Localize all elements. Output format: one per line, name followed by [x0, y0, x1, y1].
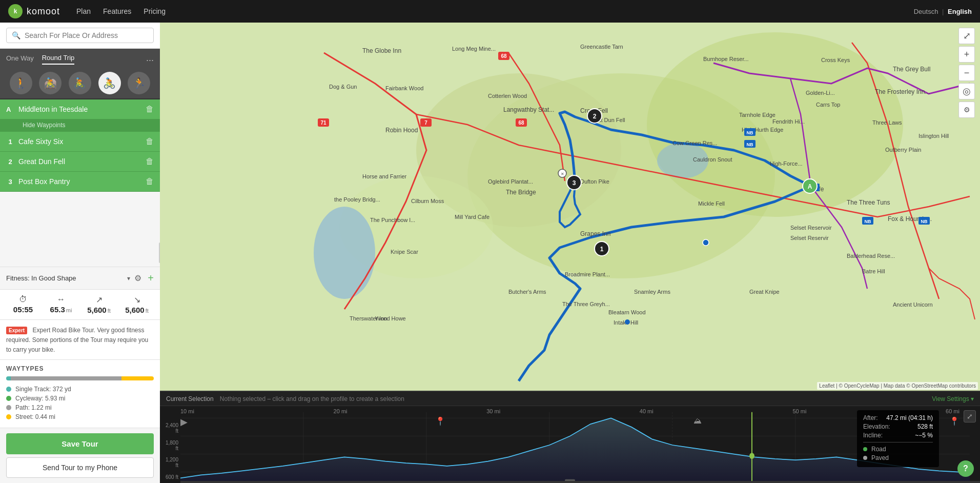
activity-cycling[interactable]: 🚵 [39, 72, 62, 94]
activity-hiking[interactable]: 🚶 [10, 72, 32, 94]
svg-text:Mickle Fell: Mickle Fell [698, 200, 725, 207]
top-navigation: k komoot Plan Features Pricing Deutsch |… [0, 0, 980, 23]
svg-text:A: A [808, 183, 812, 190]
locate-button[interactable]: ◎ [958, 83, 975, 99]
elev-2400: 2,400 ft [162, 422, 178, 434]
search-bar: 🔍 [0, 23, 160, 49]
logo[interactable]: k komoot [8, 4, 60, 18]
svg-point-89 [703, 239, 709, 246]
duration-icon: ⏱ [19, 295, 27, 304]
waytype-label-2: Path: 1.22 mi [15, 404, 52, 411]
lang-english[interactable]: English [948, 8, 972, 15]
profile-tooltip: After: 47.2 mi (04:31 h) Elevation: 528 … [857, 410, 939, 467]
map-settings-button[interactable]: ⚙ [958, 102, 975, 118]
wp-name-2: Great Dun Fell [18, 157, 141, 166]
svg-text:✕: ✕ [561, 172, 564, 176]
selection-hint: Nothing selected – click and drag on the… [220, 395, 932, 402]
svg-text:NB: NB [865, 219, 871, 224]
current-selection-label: Current Selection [166, 395, 214, 402]
svg-text:NB: NB [747, 142, 753, 147]
map-area[interactable]: 68 71 7 68 The Globe Inn Long Meg Mine..… [160, 23, 980, 391]
svg-text:Ancient Unicorn: Ancient Unicorn [893, 301, 933, 308]
search-input-wrap: 🔍 [6, 28, 154, 43]
activity-running[interactable]: 🏃 [128, 72, 150, 94]
distance-value: 65.3 [50, 305, 65, 314]
hide-waypoints-button[interactable]: Hide Waypoints [23, 122, 66, 129]
fitness-settings-icon[interactable]: ⚙ [134, 273, 141, 283]
fullscreen-button[interactable]: ⤢ [958, 28, 975, 44]
waytype-dot-3 [6, 414, 11, 419]
fitness-label: Fitness: In Good Shape [6, 274, 123, 282]
waypoint-row-3[interactable]: 3 Post Box Pantry 🗑 [0, 172, 160, 192]
svg-text:Fendrith Hi...: Fendrith Hi... [772, 118, 805, 125]
svg-text:Wood Howe: Wood Howe [375, 315, 406, 321]
svg-text:The Punchbow l...: The Punchbow l... [370, 217, 415, 223]
sidebar: 🔍 One Way Round Trip ... 🚶 🚵 🚴 🚴 🏃 A Mid… [0, 23, 160, 483]
profile-expand-button[interactable]: ⤢ [964, 410, 976, 422]
svg-text:the Pooley Bridg...: the Pooley Bridg... [334, 196, 380, 203]
zoom-in-button[interactable]: + [958, 46, 975, 63]
add-point-icon[interactable]: + [148, 272, 154, 284]
wp-delete-1[interactable]: 🗑 [146, 137, 154, 146]
profile-scrollbar[interactable] [180, 481, 980, 483]
profile-icons-row: ▶ 📍 ⛰ 📍 [180, 416, 959, 428]
activity-road-bike[interactable]: 🚴 [98, 72, 121, 94]
fitness-bar[interactable]: Fitness: In Good Shape ▾ ⚙ + [0, 267, 160, 290]
search-input[interactable] [25, 31, 148, 39]
svg-text:Cross Keys: Cross Keys [821, 57, 850, 63]
lang-deutsch[interactable]: Deutsch [914, 8, 938, 15]
nav-features[interactable]: Features [103, 7, 131, 15]
profile-icon-4: 📍 [949, 416, 959, 428]
svg-text:7: 7 [424, 120, 427, 126]
svg-text:NB: NB [921, 219, 928, 224]
svg-text:The Bridge: The Bridge [506, 189, 536, 196]
ascent-value: 5,600 [87, 306, 107, 314]
svg-text:Cotterlen Wood: Cotterlen Wood [488, 93, 527, 99]
ascent-icon: ↗ [96, 295, 103, 305]
save-tour-button[interactable]: Save Tour [6, 433, 154, 454]
tab-round-trip[interactable]: Round Trip [42, 52, 75, 65]
svg-text:Long Meg Mine...: Long Meg Mine... [452, 46, 496, 52]
svg-point-101 [749, 453, 754, 459]
start-name: Middleton in Teesdale [18, 105, 141, 113]
svg-point-5 [314, 207, 375, 299]
wp-name-1: Cafe Sixty Six [18, 137, 141, 146]
waypoint-row-2[interactable]: 2 Great Dun Fell 🗑 [0, 152, 160, 172]
profile-chart[interactable]: 10 mi 20 mi 30 mi 40 mi 50 mi 60 mi ▶ 📍 … [160, 406, 980, 483]
lang-separator: | [942, 8, 944, 15]
descent-unit: ft [146, 308, 149, 314]
send-phone-button[interactable]: Send Tour to my Phone [6, 457, 154, 478]
svg-text:Cauldron Snout: Cauldron Snout [693, 156, 732, 163]
expert-text: Expert Road Bike Tour. Very good fitness… [6, 327, 148, 353]
wp-delete-3[interactable]: 🗑 [146, 177, 154, 186]
distance-icon: ↔ [57, 295, 65, 304]
help-button[interactable]: ? [957, 460, 974, 477]
view-settings-link[interactable]: View Settings ▾ [932, 395, 974, 402]
svg-text:Cilburn Moss: Cilburn Moss [411, 198, 444, 204]
profile-icon-3: ⛰ [693, 416, 702, 428]
descent-value: 5,600 [125, 306, 145, 314]
handle-line [159, 243, 160, 263]
zoom-out-button[interactable]: − [958, 65, 975, 81]
wp-num-2: 2 [6, 158, 14, 166]
start-point-row[interactable]: A Middleton in Teesdale 🗑 [0, 99, 160, 119]
waypoint-row-1[interactable]: 1 Cafe Sixty Six 🗑 [0, 132, 160, 152]
sidebar-resize-handle[interactable] [157, 23, 160, 483]
map-controls: ⤢ + − ◎ ⚙ [958, 28, 975, 118]
tooltip-after-value: 47.2 mi (04:31 h) [886, 414, 933, 421]
stat-ascent: ↗ 5,600 ft [82, 295, 116, 314]
profile-play-icon[interactable]: ▶ [180, 416, 188, 428]
tab-one-way[interactable]: One Way [6, 52, 34, 64]
start-delete-button[interactable]: 🗑 [146, 105, 154, 114]
search-icon: 🔍 [12, 31, 21, 39]
activity-mtb[interactable]: 🚴 [69, 72, 91, 94]
nav-pricing[interactable]: Pricing [144, 7, 166, 15]
svg-text:Dog & Gun: Dog & Gun [329, 84, 357, 90]
dist-label-30: 30 mi [486, 408, 500, 414]
mode-more-button[interactable]: ... [146, 53, 154, 64]
wp-delete-2[interactable]: 🗑 [146, 157, 154, 166]
distance-unit: mi [66, 307, 72, 313]
svg-text:Outberry Plain: Outberry Plain [885, 147, 921, 153]
nav-plan[interactable]: Plan [76, 7, 91, 15]
svg-text:68: 68 [518, 120, 524, 126]
